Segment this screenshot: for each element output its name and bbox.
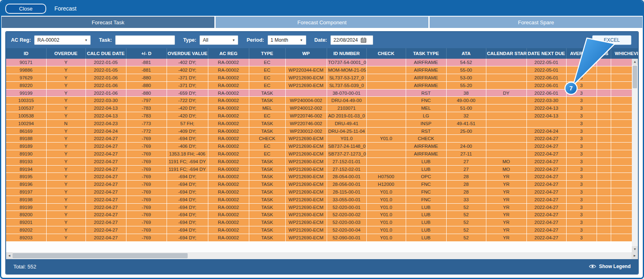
table-cell: 3 [566, 135, 597, 143]
period-select[interactable]: 1 Month ▼ [267, 35, 306, 45]
column-header-check[interactable]: CHECK [366, 48, 406, 59]
close-button[interactable]: Close [5, 4, 46, 14]
table-cell: -783 [126, 104, 167, 112]
column-header-calendar-start[interactable]: CALENDAR START [486, 48, 526, 59]
table-cell: 2022-04-27 [526, 211, 566, 219]
table-row[interactable]: 100315Y2022-03-30-797-722 DY;RA-00002TAS… [6, 97, 638, 104]
table-cell: SL737-55-039_0 [327, 81, 366, 89]
table-cell: 99886 [6, 66, 46, 74]
tab-forecast-component[interactable]: Forecast Component [216, 17, 428, 28]
column-header-calc-due-date[interactable]: CALC DUE DATE [86, 48, 126, 59]
table-cell [366, 66, 406, 74]
column-header-task-type[interactable]: TASK TYPE [406, 48, 446, 59]
table-cell [597, 127, 611, 135]
horizontal-scroll-thumb[interactable] [13, 253, 188, 258]
table-cell: Y [46, 143, 86, 150]
table-row[interactable]: 89188Y2022-04-27-769-694 DY;RA-00002CHEC… [6, 135, 638, 143]
table-cell: WP220746-002 [285, 112, 327, 120]
table-row[interactable]: 89193Y2022-04-27-7691191 FC; -694 DYRA-0… [6, 158, 638, 165]
table-cell: 55-00 [446, 66, 486, 74]
column-header-whichever[interactable]: WHICHEVER [611, 48, 638, 59]
table-row[interactable]: 86169Y2022-04-24-772-409 DY;RA-00002TASK… [6, 127, 638, 135]
tab-forecast-task[interactable]: Forecast Task [2, 17, 214, 28]
table-cell [597, 181, 611, 188]
scroll-down-icon[interactable]: ▼ [632, 246, 638, 252]
column-header-id-number[interactable]: ID NUMBER [327, 48, 366, 59]
table-cell: TASK [249, 196, 285, 203]
table-row[interactable]: 89198Y2022-04-27-769-694 DY;RA-00002TASK… [6, 196, 638, 203]
table-cell [597, 143, 611, 150]
table-cell: AIRFRAME [406, 74, 446, 82]
table-cell: 89200 [6, 211, 46, 219]
vertical-scrollbar[interactable]: ▲ ▼ [632, 59, 638, 252]
scroll-left-icon[interactable]: ◄ [6, 252, 13, 259]
table-row[interactable]: 89196Y2022-04-27-769-694 DY;RA-00002TASK… [6, 181, 638, 188]
vertical-scroll-thumb[interactable] [633, 66, 637, 88]
table-row[interactable]: 89189Y2022-04-27-769-406 DY;RA-00002ECWP… [6, 143, 638, 150]
column-header-overdue-value[interactable]: OVERDUE VALUE [167, 48, 208, 59]
scroll-right-icon[interactable]: ► [631, 252, 638, 259]
table-cell: 2022-05-01 [526, 66, 566, 74]
table-cell: 2022-04-27 [86, 150, 126, 158]
column-header-cls[interactable]: CLS [597, 48, 611, 59]
table-row[interactable]: 89220Y2022-01-06-880-371 DY;RA-00002ECWP… [6, 81, 638, 89]
table-row[interactable]: 97629Y2022-01-06-880-371 DY;RA-00002ECWP… [6, 74, 638, 82]
table-row[interactable]: 89195Y2022-04-27-769-694 DY;RA-00002TASK… [6, 173, 638, 181]
ac-reg-select[interactable]: RA-00002 ▼ [34, 35, 91, 45]
type-select[interactable]: All ▼ [199, 35, 238, 45]
table-cell [366, 89, 406, 97]
table-cell: RA-00002 [208, 158, 249, 165]
table-cell: TASK [249, 97, 285, 104]
column-header-average[interactable]: AVERAGE [566, 48, 597, 59]
date-input[interactable]: 22/08/2024 [330, 35, 373, 45]
column-header-date-next-due[interactable]: DATE NEXT DUE [526, 48, 566, 59]
excel-button[interactable]: EXCEL [592, 35, 631, 45]
table-cell: -420 DY; [167, 104, 208, 112]
horizontal-scroll-track[interactable] [13, 252, 631, 259]
table-row[interactable]: 90171Y2022-01-05-881-402 DY;RA-00002ECTO… [6, 59, 638, 66]
table-cell: 3 [566, 234, 597, 241]
scroll-up-icon[interactable]: ▲ [632, 59, 638, 65]
table-cell: LG [406, 112, 446, 120]
column-header-wp[interactable]: WP [285, 48, 327, 59]
table-cell: 49-00-00 [446, 97, 486, 104]
table-cell: WP212690-ECM [285, 219, 327, 226]
column-header--d[interactable]: +/- D [126, 48, 167, 59]
table-cell [597, 66, 611, 74]
table-row[interactable]: 100294N2022-04-23-77357 FH;RA-00002TASKW… [6, 119, 638, 127]
table-cell: RA-00002 [208, 203, 249, 211]
table-row[interactable]: 89202Y2022-04-27-769-694 DY;RA-00002TASK… [6, 226, 638, 234]
table-row[interactable]: 89199Y2022-04-27-769-694 DY;RA-00002TASK… [6, 203, 638, 211]
table-row[interactable]: 99199Y2022-01-06-880-659 DY;RA-00002TASK… [6, 89, 638, 97]
table-row[interactable]: 89194Y2022-04-27-7691191 FC; -694 DYRA-0… [6, 165, 638, 173]
table-cell: EC [249, 150, 285, 158]
table-cell: FNC [406, 181, 446, 188]
table-row[interactable]: 89201Y2022-04-27-769-694 DY;RA-00002TASK… [6, 219, 638, 226]
table-row[interactable]: 99886Y2022-01-05-881-402 DY;RA-00002ECWP… [6, 66, 638, 74]
horizontal-scrollbar[interactable]: ◄ ► [6, 252, 638, 259]
table-cell: WP230012-002 [285, 127, 327, 135]
column-header-ata[interactable]: ATA [446, 48, 486, 59]
table-cell: 49-41-51 [446, 119, 486, 127]
column-header-id[interactable]: ID [6, 48, 46, 59]
table-cell: Y [46, 165, 86, 173]
table-cell [597, 211, 611, 219]
column-header-type[interactable]: TYPE [249, 48, 285, 59]
column-header-overdue[interactable]: OVERDUE [46, 48, 86, 59]
table-row[interactable]: 100538Y2022-04-13-783-420 DY;RA-00002ECW… [6, 112, 638, 120]
table-cell: TO737-54-0001_0 [327, 59, 366, 66]
table-row[interactable]: 89203Y2022-04-27-769-694 DY;RA-00002TASK… [6, 234, 638, 241]
column-header-ac-reg[interactable]: AC REG [208, 48, 249, 59]
table-cell: WP240012-002 [285, 104, 327, 112]
table-row[interactable]: 89200Y2022-04-27-769-694 DY;RA-00002TASK… [6, 211, 638, 219]
table-row[interactable]: 100537Y2022-04-13-783-420 DY;RA-00002MEL… [6, 104, 638, 112]
table-cell: -769 [126, 188, 167, 196]
show-legend-button[interactable]: Show Legend [589, 264, 631, 269]
table-cell: EC [249, 59, 285, 66]
table-cell: LUB [406, 203, 446, 211]
status-bar: Total: 552 Show Legend [6, 259, 638, 274]
tab-forecast-spare[interactable]: Forecast Spare [430, 17, 642, 28]
table-row[interactable]: 89197Y2022-04-27-769-694 DY;RA-00002TASK… [6, 188, 638, 196]
table-row[interactable]: 89190Y2022-04-27-7691353.18 FH; -406RA-0… [6, 150, 638, 158]
task-input[interactable] [115, 35, 175, 45]
